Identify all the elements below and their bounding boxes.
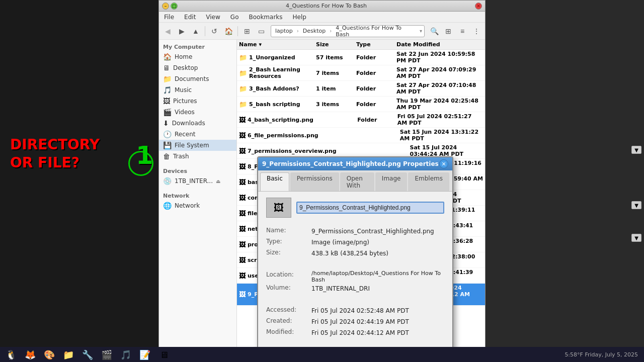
sidebar-item-home[interactable]: 🏠 Home	[159, 51, 236, 62]
prop-accessed-label: Accessed:	[266, 305, 311, 316]
sidebar-item-desktop[interactable]: 🖥 Desktop	[159, 62, 236, 73]
location-folder[interactable]: 4_Questions For How To Bash	[334, 24, 418, 38]
prop-size-label: Size:	[266, 248, 311, 259]
scroll-arrow-1[interactable]: ▼	[631, 146, 641, 154]
title-bar: – □ 4_Questions For How To Bash ✕	[159, 1, 485, 12]
taskbar-app-filemanager[interactable]: 📁	[59, 348, 77, 360]
bg-circle	[128, 151, 153, 176]
menu-help[interactable]: Help	[291, 13, 308, 22]
location-sep-2: ›	[330, 28, 332, 34]
col-name-header[interactable]: Name ▾	[237, 41, 314, 48]
grid-view-button[interactable]: ⊞	[442, 25, 455, 38]
col-date-header[interactable]: Date Modified	[394, 41, 485, 48]
thumb-icon: 🖼	[274, 202, 284, 214]
sidebar-item-downloads[interactable]: ⬇ Downloads	[159, 118, 236, 129]
table-row[interactable]: 📁5_bash scripting 3 items Folder Thu 19 …	[237, 97, 485, 112]
table-row[interactable]: 📁2_Bash Learning Resources 7 items Folde…	[237, 65, 485, 81]
open-terminal-button[interactable]: ▭	[255, 25, 268, 38]
taskbar-app-system[interactable]: 🖥	[155, 348, 173, 360]
toolbar-separator-2	[237, 26, 238, 36]
sidebar-item-pictures[interactable]: 🖼 Pictures	[159, 96, 236, 107]
up-button[interactable]: ▲	[189, 25, 202, 38]
file-icon: 🖼	[239, 147, 246, 155]
forward-button[interactable]: ▶	[175, 25, 188, 38]
prop-type-label: Type:	[266, 237, 311, 248]
scroll-arrow-3[interactable]: ▼	[631, 234, 641, 242]
filename-input[interactable]	[296, 202, 444, 214]
taskbar-app-tools[interactable]: 🔧	[78, 348, 97, 360]
dialog-content: 🖼 Name: 9_Permissions_Contrast_Highlight…	[258, 192, 452, 344]
sidebar-pictures-label: Pictures	[173, 98, 197, 105]
file-list-header: Name ▾ Size Type Date Modified	[237, 40, 485, 50]
home-button[interactable]: 🏠	[222, 25, 235, 38]
sidebar-drive-label: 1TB_INTER...	[175, 177, 213, 185]
view-toggle-button[interactable]: ⊞	[240, 25, 254, 38]
network-icon: 🌐	[163, 202, 172, 210]
table-row[interactable]: 📁1_Unorganized 57 items Folder Sat 22 Ju…	[237, 50, 485, 65]
extra-view-button[interactable]: ⋮	[470, 25, 483, 38]
table-row[interactable]: 🖼4_bash_scripting.png Folder Fri 05 Jul …	[237, 112, 485, 128]
eject-icon[interactable]: ⏏	[216, 178, 220, 184]
file-thumbnail: 🖼	[266, 198, 291, 218]
sidebar-item-network[interactable]: 🌐 Network	[159, 200, 236, 211]
tab-emblems[interactable]: Emblems	[408, 172, 449, 191]
tab-open-with[interactable]: Open With	[340, 172, 374, 191]
prop-modified-value: Fri 05 Jul 2024 02:44:12 AM PDT	[311, 327, 444, 338]
folder-icon: 📁	[239, 85, 247, 93]
sidebar-network-label: Network	[175, 202, 200, 209]
taskbar-app-video[interactable]: 🎬	[98, 348, 116, 360]
sidebar-downloads-label: Downloads	[172, 120, 205, 127]
sidebar-devices-header: Devices	[159, 166, 236, 175]
table-row[interactable]: 🖼6_file_permissions.png Sat 15 Jun 2024 …	[237, 128, 485, 143]
location-laptop[interactable]: laptop	[273, 27, 295, 35]
menu-go[interactable]: Go	[228, 13, 241, 22]
sidebar-item-documents[interactable]: 📁 Documents	[159, 73, 236, 84]
reload-button[interactable]: ↺	[208, 25, 221, 38]
sidebar-item-trash[interactable]: 🗑 Trash	[159, 151, 236, 162]
downloads-icon: ⬇	[163, 119, 169, 127]
taskbar-app-notes[interactable]: 📝	[136, 348, 154, 360]
taskbar-app-files[interactable]: 🐧	[2, 348, 20, 360]
menu-bookmarks[interactable]: Bookmarks	[247, 13, 284, 22]
taskbar-app-music[interactable]: 🎵	[117, 348, 135, 360]
toolbar-separator-1	[205, 26, 205, 36]
pictures-icon: 🖼	[163, 97, 170, 105]
col-size-header[interactable]: Size	[314, 41, 354, 48]
menu-view[interactable]: View	[204, 13, 222, 22]
sidebar-item-recent[interactable]: 🕐 Recent	[159, 129, 236, 140]
scroll-arrow-2[interactable]: ▼	[631, 201, 641, 209]
prop-location-label: Location:	[266, 270, 311, 283]
list-view-button[interactable]: ≡	[456, 25, 469, 38]
close-button[interactable]: ✕	[475, 3, 482, 10]
menu-edit[interactable]: Edit	[182, 13, 198, 22]
sidebar-item-music[interactable]: 🎵 Music	[159, 84, 236, 96]
taskbar-app-paint[interactable]: 🎨	[40, 348, 58, 360]
prop-created-label: Created:	[266, 316, 311, 327]
tab-image[interactable]: Image	[375, 172, 408, 191]
sidebar-videos-label: Videos	[175, 109, 195, 116]
location-bar: laptop › Desktop › 4_Questions For How T…	[271, 25, 425, 37]
sidebar-item-drive[interactable]: 💿 1TB_INTER... ⏏	[159, 175, 236, 187]
table-row[interactable]: 📁3_Bash Addons? 1 item Folder Sat 27 Apr…	[237, 81, 485, 97]
sidebar-item-videos[interactable]: 🎬 Videos	[159, 107, 236, 118]
dialog-title: 9_Permissions_Contrast_Highlighted.png P…	[262, 160, 439, 167]
search-button[interactable]: 🔍	[428, 25, 441, 38]
location-dropdown[interactable]: ▾	[420, 28, 422, 34]
file-icon: 🖼	[239, 178, 246, 186]
tab-permissions[interactable]: Permissions	[290, 172, 339, 191]
maximize-button[interactable]: □	[171, 3, 178, 10]
file-icon: 🖼	[239, 116, 246, 124]
bg-overlay-text: DIRECTORY OR FILE?	[10, 136, 100, 172]
file-icon: 🖼	[239, 256, 246, 264]
sidebar-recent-label: Recent	[175, 131, 195, 138]
sidebar-filesystem-label: File System	[175, 142, 209, 149]
minimize-button[interactable]: –	[162, 3, 169, 10]
sidebar-item-filesystem[interactable]: 💾 File System	[159, 140, 236, 151]
tab-basic[interactable]: Basic	[260, 172, 289, 191]
dialog-close-icon[interactable]: ✕	[439, 159, 448, 168]
location-desktop[interactable]: Desktop	[301, 27, 328, 35]
menu-file[interactable]: File	[162, 13, 176, 22]
col-type-header[interactable]: Type	[354, 41, 394, 48]
back-button[interactable]: ◀	[161, 25, 174, 38]
taskbar-app-browser[interactable]: 🦊	[21, 348, 39, 360]
